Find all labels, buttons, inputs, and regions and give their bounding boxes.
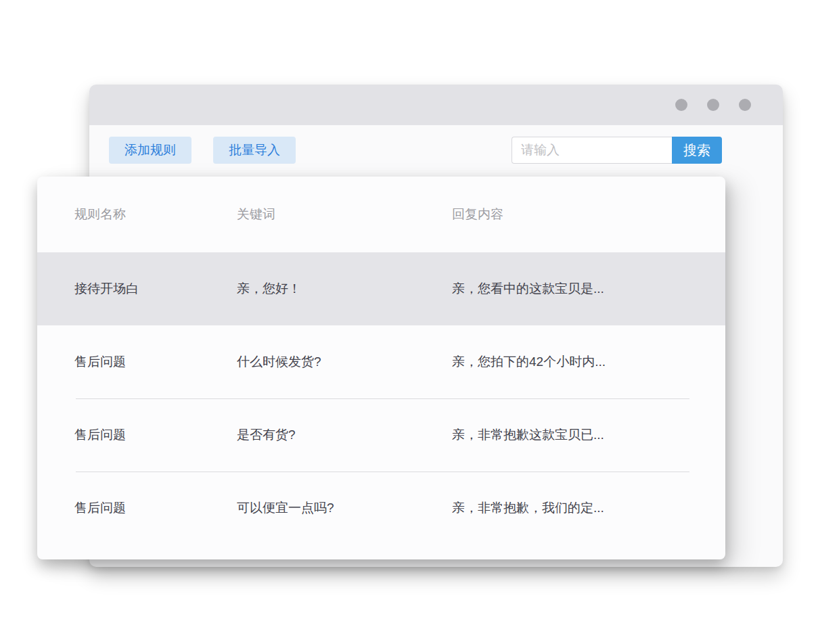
search-input[interactable] xyxy=(512,137,672,164)
cell-rule-name: 售后问题 xyxy=(37,426,237,444)
row-divider xyxy=(76,398,689,399)
row-divider xyxy=(76,472,689,472)
toolbar: 添加规则 批量导入 搜索 xyxy=(109,137,722,164)
cell-reply: 亲，您拍下的42个小时内... xyxy=(452,353,725,371)
cell-keyword: 什么时候发货? xyxy=(237,353,452,371)
table-row[interactable]: 售后问题 是否有货? 亲，非常抱歉这款宝贝已... xyxy=(37,398,725,472)
window-dot-icon[interactable] xyxy=(739,99,751,111)
rules-table-card: 规则名称 关键词 回复内容 接待开场白 亲，您好！ 亲，您看中的这款宝贝是...… xyxy=(37,177,725,559)
cell-rule-name: 接待开场白 xyxy=(37,280,237,298)
batch-import-button[interactable]: 批量导入 xyxy=(213,137,296,164)
window-titlebar xyxy=(89,85,783,125)
cell-keyword: 是否有货? xyxy=(237,426,452,444)
cell-rule-name: 售后问题 xyxy=(37,353,237,371)
table-header-row: 规则名称 关键词 回复内容 xyxy=(37,177,725,252)
cell-reply: 亲，您看中的这款宝贝是... xyxy=(452,280,725,298)
column-header-rule-name: 规则名称 xyxy=(37,206,237,223)
table-row[interactable]: 售后问题 可以便宜一点吗? 亲，非常抱歉，我们的定... xyxy=(37,472,725,545)
search-button[interactable]: 搜索 xyxy=(672,137,722,164)
cell-keyword: 亲，您好！ xyxy=(237,280,452,298)
cell-reply: 亲，非常抱歉这款宝贝已... xyxy=(452,426,725,444)
window-dot-icon[interactable] xyxy=(675,99,687,111)
cell-keyword: 可以便宜一点吗? xyxy=(237,499,452,517)
cell-rule-name: 售后问题 xyxy=(37,499,237,517)
column-header-reply: 回复内容 xyxy=(452,206,725,223)
column-header-keyword: 关键词 xyxy=(237,206,452,223)
table-row[interactable]: 售后问题 什么时候发货? 亲，您拍下的42个小时内... xyxy=(37,325,725,398)
add-rule-button[interactable]: 添加规则 xyxy=(109,137,191,164)
search-group: 搜索 xyxy=(512,137,722,164)
cell-reply: 亲，非常抱歉，我们的定... xyxy=(452,499,725,517)
table-row[interactable]: 接待开场白 亲，您好！ 亲，您看中的这款宝贝是... xyxy=(37,252,725,325)
window-dot-icon[interactable] xyxy=(707,99,719,111)
